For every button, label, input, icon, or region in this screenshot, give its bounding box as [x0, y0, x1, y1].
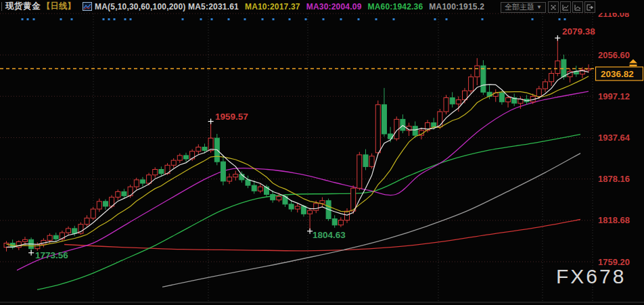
candle-body: [72, 229, 77, 233]
candle-body: [456, 100, 461, 104]
ma30-overlay: [17, 91, 589, 270]
candle-body: [53, 235, 58, 239]
candle-body: [159, 170, 164, 174]
candle-body: [469, 77, 474, 91]
layout-grid-icon: [549, 3, 557, 11]
chevron-down-icon: ▼: [536, 3, 542, 11]
legend-item: MA(5,10,30,60,100,200) MA5:2031.61: [95, 2, 239, 11]
legend-item: MA10:2017.37: [245, 2, 300, 11]
news-dot-icon[interactable]: [228, 18, 230, 20]
candle-body: [481, 66, 486, 92]
candle-body: [301, 206, 306, 214]
candle-body: [444, 98, 448, 112]
candle-body: [308, 210, 313, 214]
candle-body: [177, 156, 182, 160]
news-dot-icon[interactable]: [103, 18, 105, 20]
news-dot-icon[interactable]: [262, 18, 264, 20]
price-annotation: 2079.38: [562, 26, 595, 37]
exit-window-icon: [586, 3, 594, 11]
candle-body: [369, 156, 374, 166]
candle-body: [338, 220, 343, 225]
chart-arrow-button[interactable]: [572, 1, 583, 13]
news-dot-icon[interactable]: [27, 18, 29, 20]
candle-body: [47, 235, 52, 240]
news-dot-icon[interactable]: [305, 18, 307, 20]
news-dot-icon[interactable]: [130, 18, 132, 20]
candle-body: [314, 204, 319, 210]
candle-body: [295, 206, 300, 209]
candle-body: [208, 138, 213, 151]
candle-body: [171, 160, 176, 165]
news-dot-icon[interactable]: [532, 18, 534, 20]
y-axis-label: 2056.60: [598, 50, 630, 60]
news-dot-icon[interactable]: [244, 18, 246, 20]
news-dot-icon[interactable]: [60, 18, 62, 20]
layout-grid-button[interactable]: [548, 1, 559, 13]
price-up-arrow-icon: [629, 60, 637, 67]
candle-body: [363, 155, 368, 167]
candle-body: [332, 219, 337, 225]
candle-body: [499, 93, 504, 101]
candle-body: [196, 147, 201, 151]
news-dot-icon[interactable]: [446, 18, 448, 20]
news-dot-icon[interactable]: [211, 18, 213, 20]
news-dot-icon[interactable]: [200, 18, 202, 20]
news-dot-icon[interactable]: [564, 18, 566, 20]
news-dot-icon[interactable]: [340, 18, 342, 20]
y-axis-label: 1878.16: [598, 174, 630, 184]
news-dot-icon[interactable]: [289, 18, 291, 20]
candle-body: [258, 187, 262, 191]
legend-item: MA100:1915.2: [429, 2, 484, 11]
candle-body: [140, 180, 145, 183]
chart-pane-button[interactable]: [560, 1, 571, 13]
timeframe-label[interactable]: 【日线】: [42, 1, 76, 12]
chart-arrow-icon: [574, 3, 582, 11]
news-dot-icon[interactable]: [375, 18, 377, 20]
candles: [4, 39, 591, 252]
fx678-watermark: FX678: [556, 265, 643, 288]
y-axis: 2116.082056.601997.121937.641878.161818.…: [598, 9, 630, 267]
toolbar-icon-group: [548, 1, 595, 13]
candle-body: [116, 191, 120, 197]
candle-body: [122, 191, 127, 195]
price-annotation: 1773.56: [35, 250, 68, 260]
news-dot-icon[interactable]: [358, 18, 360, 20]
candle-body: [91, 209, 95, 218]
news-dot-icon[interactable]: [559, 18, 561, 20]
candle-body: [227, 177, 232, 181]
price-annotation: 1959.57: [215, 112, 248, 122]
all-themes-button[interactable]: 全部主题 ▼: [501, 2, 546, 13]
news-dot-icon[interactable]: [22, 18, 24, 20]
legend-item: MA60:1942.36: [368, 2, 423, 11]
news-dot-icon[interactable]: [482, 18, 484, 20]
news-dot-icon[interactable]: [273, 18, 275, 20]
news-dot-icon[interactable]: [393, 18, 395, 20]
price-chart: 1773.561804.631959.572079.382116.082056.…: [0, 0, 644, 305]
candle-body: [543, 82, 548, 89]
news-dot-icon[interactable]: [114, 18, 116, 20]
candle-body: [413, 126, 417, 135]
news-dot-icon[interactable]: [323, 18, 325, 20]
news-dot-icon[interactable]: [33, 18, 35, 20]
candle-body: [345, 211, 350, 220]
current-price-label: 2036.82: [601, 69, 634, 79]
news-dot-icon[interactable]: [434, 18, 436, 20]
candle-body: [97, 202, 101, 209]
header-separator: [1, 2, 2, 11]
candle-body: [184, 156, 189, 159]
news-dot-icon[interactable]: [124, 18, 127, 20]
news-dot-icon[interactable]: [182, 18, 184, 20]
news-dot-icon[interactable]: [108, 18, 110, 20]
news-dot-icon[interactable]: [71, 18, 73, 20]
candle-body: [271, 195, 275, 200]
instrument-title: 现货黄金: [5, 1, 41, 12]
candle-body: [450, 98, 455, 104]
candle-body: [289, 204, 294, 209]
exit-window-button[interactable]: [584, 1, 595, 13]
candle-body: [536, 89, 541, 96]
candle-body: [400, 119, 405, 131]
candle-body: [104, 202, 108, 206]
candle-body: [555, 61, 560, 74]
candlestick-chart-icon: [83, 2, 92, 11]
candle-body: [202, 147, 207, 151]
